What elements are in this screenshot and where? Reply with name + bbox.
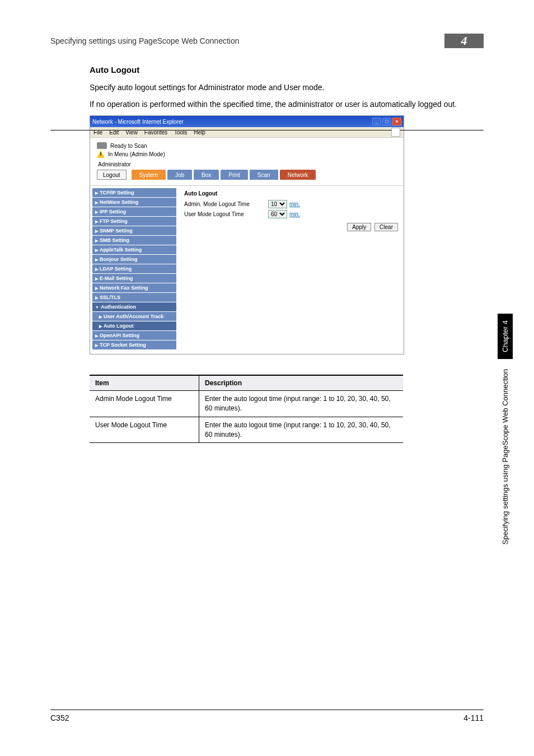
minimize-icon[interactable]: _ (372, 118, 381, 125)
sidebar-item-openapi[interactable]: OpenAPI Setting (92, 331, 176, 340)
sidebar-item-tcpsocket[interactable]: TCP Socket Setting (92, 340, 176, 349)
header-rule (50, 130, 484, 130)
user-logout-unit: min. (289, 211, 300, 217)
panel-heading: Auto Logout (184, 190, 398, 197)
cell-desc: Enter the auto logout time (input range:… (199, 391, 404, 417)
tab-system[interactable]: System (132, 170, 166, 180)
sidebar-item-networkfax[interactable]: Network Fax Setting (92, 283, 176, 292)
logout-button[interactable]: Logout (97, 170, 127, 180)
side-chapter-tab: Chapter 4 (498, 314, 513, 359)
col-item-header: Item (90, 375, 199, 391)
printer-status: Ready to Scan (110, 143, 147, 149)
mode-status: In Menu (Admin Mode) (108, 151, 165, 157)
sidebar-item-email[interactable]: E-Mail Setting (92, 274, 176, 283)
ie-logo-icon (391, 128, 400, 137)
admin-logout-label: Admin. Mode Logout Time (184, 201, 268, 207)
browser-screenshot: Network - Microsoft Internet Explorer _ … (90, 115, 404, 354)
sidebar-item-tcpip[interactable]: TCP/IP Setting (92, 188, 176, 197)
table-row: User Mode Logout Time Enter the auto log… (90, 417, 403, 443)
sidebar-item-ipp[interactable]: IPP Setting (92, 207, 176, 216)
table-row: Admin Mode Logout Time Enter the auto lo… (90, 391, 403, 417)
cell-desc: Enter the auto logout time (input range:… (199, 417, 404, 443)
sidebar-item-snmp[interactable]: SNMP Setting (92, 226, 176, 235)
tab-scan[interactable]: Scan (250, 170, 278, 180)
col-desc-header: Description (199, 375, 404, 391)
admin-logout-select[interactable]: 10 (268, 200, 287, 208)
tab-box[interactable]: Box (194, 170, 219, 180)
description-table: Item Description Admin Mode Logout Time … (90, 375, 403, 443)
sidebar-item-ldap[interactable]: LDAP Setting (92, 264, 176, 273)
footer-model: C352 (50, 713, 69, 722)
sidebar-item-ssltls[interactable]: SSL/TLS (92, 293, 176, 302)
user-logout-select[interactable]: 60 (268, 210, 287, 218)
cell-item: Admin Mode Logout Time (90, 391, 199, 417)
tab-network[interactable]: Network (280, 170, 316, 180)
clear-button[interactable]: Clear (374, 223, 398, 231)
sidebar-item-ftp[interactable]: FTP Setting (92, 217, 176, 226)
sidebar-item-smb[interactable]: SMB Setting (92, 236, 176, 245)
intro-paragraph-1: Specify auto logout settings for Adminis… (90, 82, 484, 94)
chapter-badge: 4 (444, 34, 484, 48)
intro-paragraph-2: If no operation is performed within the … (90, 99, 484, 110)
close-icon[interactable]: × (392, 118, 401, 125)
warning-icon: ! (97, 150, 105, 158)
running-head: Specifying settings using PageScope Web … (50, 36, 444, 45)
sidebar-item-appletalk[interactable]: AppleTalk Setting (92, 245, 176, 254)
user-logout-label: User Mode Logout Time (184, 211, 268, 217)
sidebar-item-userauth[interactable]: User Auth/Account Track (92, 312, 176, 321)
maximize-icon[interactable]: □ (382, 118, 391, 125)
printer-icon (97, 142, 107, 149)
admin-label: Administrator (98, 161, 397, 167)
sidebar-item-netware[interactable]: NetWare Setting (92, 198, 176, 207)
side-section-tab: Specifying settings using PageScope Web … (500, 362, 510, 551)
window-title: Network - Microsoft Internet Explorer (92, 119, 184, 125)
footer-page: 4-111 (463, 713, 484, 722)
sidebar-item-autologout[interactable]: Auto Logout (92, 321, 176, 330)
section-heading: Auto Logout (90, 65, 484, 74)
cell-item: User Mode Logout Time (90, 417, 199, 443)
apply-button[interactable]: Apply (347, 223, 371, 231)
tab-job[interactable]: Job (167, 170, 192, 180)
sidebar-item-bonjour[interactable]: Bonjour Setting (92, 255, 176, 264)
admin-logout-unit: min. (289, 201, 300, 207)
tab-print[interactable]: Print (221, 170, 248, 180)
sidebar-item-authentication[interactable]: Authentication (92, 302, 176, 311)
